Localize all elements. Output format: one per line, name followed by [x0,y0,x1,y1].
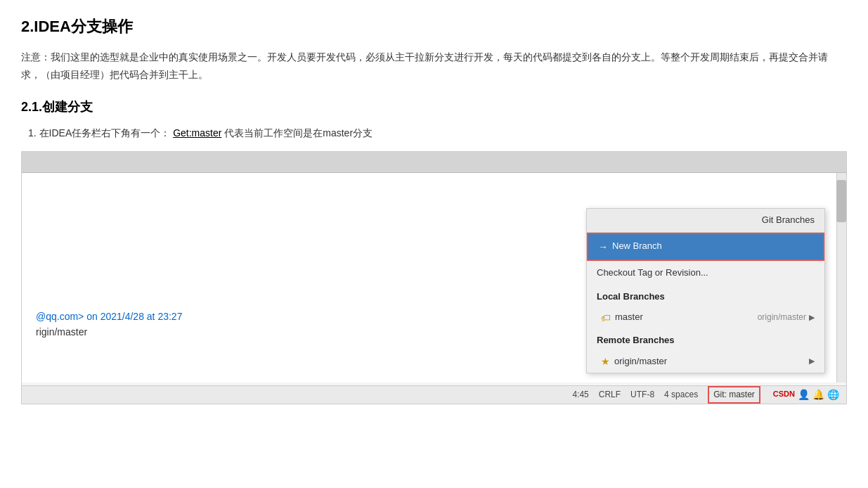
csdn-icon: CSDN [773,388,795,401]
content-area: 2.IDEA分支操作 注意：我们这里的选型就是企业中的真实使用场景之一。开发人员… [0,0,868,404]
commit-email: @qq.com> on 2021/4/28 at 23:27 [36,311,182,322]
commit-email-line: @qq.com> on 2021/4/28 at 23:27 [36,309,182,324]
git-dropdown-menu: Git Branches → New Branch Checkout Tag o… [586,208,825,373]
user-icon: 👤 [798,387,810,402]
star-icon: ★ [601,354,610,369]
page-container: 2.IDEA分支操作 注意：我们这里的选型就是企业中的真实使用场景之一。开发人员… [0,0,868,488]
origin-master-label: origin/master [758,311,806,324]
origin-master-branch-left: ★ origin/master [601,354,667,369]
step1-suffix: 代表当前工作空间是在master分支 [224,127,373,139]
app-icon: 🌐 [827,387,839,402]
status-git-master[interactable]: Git: master [708,386,760,404]
status-icons: CSDN 👤 🔔 🌐 [773,387,839,402]
status-encoding: UTF-8 [630,388,654,402]
remote-branches-title: Remote Branches [587,329,824,350]
notification-icon: 🔔 [812,387,824,402]
commit-info: @qq.com> on 2021/4/28 at 23:27 rigin/mas… [36,309,182,340]
description-text: 注意：我们这里的选型就是企业中的真实使用场景之一。开发人员要开发代码，必须从主干… [21,49,847,84]
checkout-label: Checkout Tag or Revision... [597,266,708,281]
step1-prefix: 1. 在IDEA任务栏右下角有一个： [28,127,170,139]
commit-branch: rigin/master [36,324,182,340]
origin-master-right: ▶ [809,355,815,368]
master-branch-left: 🏷 master [601,310,643,326]
dropdown-header: Git Branches [587,209,824,233]
master-arrow-icon: ▶ [809,312,815,324]
section-title: 2.1.创建分支 [21,97,847,117]
origin-master-branch-item[interactable]: ★ origin/master ▶ [587,350,824,373]
status-line-ending: CRLF [599,388,621,402]
master-branch-right: origin/master ▶ [758,311,815,324]
status-indent: 4 spaces [664,388,698,402]
scrollbar-thumb[interactable] [836,180,846,222]
tag-icon: 🏷 [601,310,611,326]
master-branch-name: master [615,310,643,325]
step-1: 1. 在IDEA任务栏右下角有一个： Get:master 代表当前工作空间是在… [21,125,847,141]
new-branch-icon: → [598,239,608,255]
master-branch-item[interactable]: 🏷 master origin/master ▶ [587,307,824,329]
status-time: 4:45 [572,388,588,402]
new-branch-item[interactable]: → New Branch [587,233,824,261]
new-branch-label: New Branch [612,239,662,254]
ide-status-bar: 4:45 CRLF UTF-8 4 spaces Git: master CSD… [22,385,846,404]
origin-master-name: origin/master [614,354,667,369]
ide-screenshot: @qq.com> on 2021/4/28 at 23:27 rigin/mas… [21,151,847,404]
origin-master-arrow-icon: ▶ [809,355,815,368]
scrollbar-track[interactable] [836,173,846,383]
ide-top-bar [22,152,846,173]
ide-content: @qq.com> on 2021/4/28 at 23:27 rigin/mas… [22,173,846,383]
local-branches-title: Local Branches [587,285,824,307]
checkout-tag-item[interactable]: Checkout Tag or Revision... [587,261,824,285]
main-title: 2.IDEA分支操作 [21,14,847,39]
step1-link[interactable]: Get:master [173,127,221,139]
